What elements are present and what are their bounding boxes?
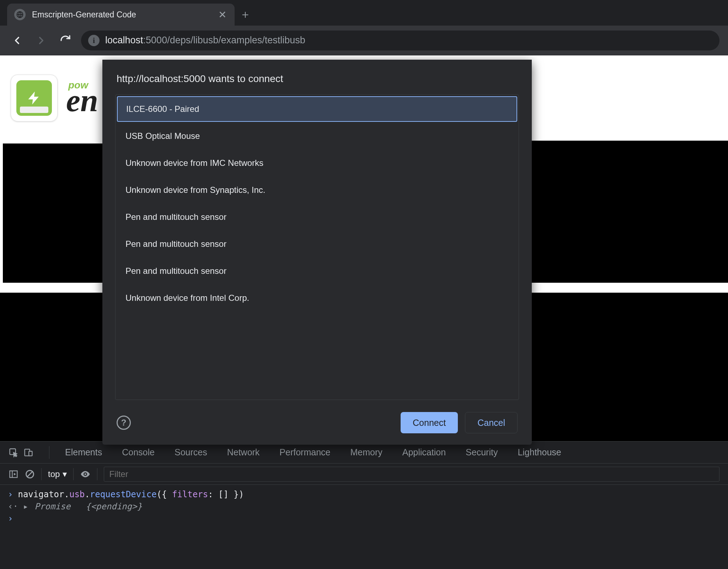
svg-rect-4 (10, 471, 17, 477)
tab-title: Emscripten-Generated Code (32, 10, 210, 20)
devtools-tab-security[interactable]: Security (466, 447, 498, 457)
inspect-icon[interactable] (9, 448, 18, 457)
device-item[interactable]: Pen and multitouch sensor (116, 258, 519, 284)
new-tab-button[interactable]: ＋ (235, 4, 256, 26)
connect-button[interactable]: Connect (401, 412, 458, 433)
devtools-tab-application[interactable]: Application (402, 447, 446, 457)
device-item[interactable]: Pen and multitouch sensor (116, 204, 519, 230)
devtools-tab-performance[interactable]: Performance (279, 447, 330, 457)
cancel-button[interactable]: Cancel (465, 412, 518, 433)
device-item[interactable]: Unknown device from Synaptics, Inc. (116, 177, 519, 203)
device-item[interactable]: Unknown device from IMC Networks (116, 150, 519, 176)
input-chevron-icon: › (8, 489, 13, 499)
devtools-tab-memory[interactable]: Memory (350, 447, 382, 457)
browser-toolbar: i localhost:5000/deps/libusb/examples/te… (0, 26, 728, 55)
devtools-tab-sources[interactable]: Sources (175, 447, 207, 457)
url-text: localhost:5000/deps/libusb/examples/test… (105, 35, 305, 46)
svg-line-7 (27, 472, 32, 477)
device-list: ILCE-6600 - PairedUSB Optical MouseUnkno… (115, 94, 519, 400)
bolt-icon (16, 80, 52, 116)
emscripten-logo (11, 75, 58, 121)
reload-button[interactable] (57, 32, 74, 49)
console-input-line: › navigator.usb.requestDevice({ filters:… (8, 488, 720, 500)
input-chevron-icon: › (8, 514, 13, 524)
svg-rect-3 (29, 451, 32, 456)
console-filterbar: top ▾ (0, 464, 728, 485)
chevron-down-icon: ▾ (63, 469, 67, 479)
clear-console-icon[interactable] (25, 469, 35, 479)
tab-strip: Emscripten-Generated Code ✕ ＋ (0, 0, 728, 26)
console-result-line: ‹· ▸ Promise {<pending>} (8, 500, 720, 513)
device-item[interactable]: Unknown device from Intel Corp. (116, 285, 519, 311)
site-info-icon[interactable]: i (88, 35, 100, 46)
close-tab-icon[interactable]: ✕ (217, 9, 228, 21)
expand-caret-icon[interactable]: ▸ (23, 502, 28, 511)
context-selector[interactable]: top ▾ (48, 469, 67, 479)
device-toggle-icon[interactable] (23, 448, 33, 457)
devtools-panel: ElementsConsoleSourcesNetworkPerformance… (0, 441, 728, 569)
help-icon[interactable]: ? (117, 416, 131, 430)
device-item[interactable]: Pen and multitouch sensor (116, 231, 519, 257)
console-output: › navigator.usb.requestDevice({ filters:… (0, 485, 728, 528)
usb-permission-dialog: http://localhost:5000 wants to connect I… (102, 60, 532, 445)
output-chevron-icon: ‹· (8, 502, 18, 511)
device-item[interactable]: ILCE-6600 - Paired (117, 96, 517, 122)
console-prompt[interactable]: › (8, 513, 720, 525)
devtools-tabs: ElementsConsoleSourcesNetworkPerformance… (0, 441, 728, 464)
devtools-tab-lighthouse[interactable]: Lighthouse (518, 447, 561, 457)
globe-icon (14, 9, 26, 20)
sidebar-toggle-icon[interactable] (9, 469, 18, 479)
devtools-tab-network[interactable]: Network (227, 447, 260, 457)
dialog-title: http://localhost:5000 wants to connect (102, 60, 532, 94)
live-expression-icon[interactable] (80, 469, 91, 479)
back-button[interactable] (9, 32, 26, 49)
filter-input[interactable] (104, 467, 719, 482)
browser-tab[interactable]: Emscripten-Generated Code ✕ (7, 4, 235, 26)
logo-text: en (66, 83, 98, 118)
forward-button[interactable] (33, 32, 50, 49)
devtools-tab-console[interactable]: Console (122, 447, 155, 457)
address-bar[interactable]: i localhost:5000/deps/libusb/examples/te… (81, 31, 719, 50)
device-item[interactable]: USB Optical Mouse (116, 123, 519, 149)
devtools-tab-elements[interactable]: Elements (65, 447, 102, 457)
